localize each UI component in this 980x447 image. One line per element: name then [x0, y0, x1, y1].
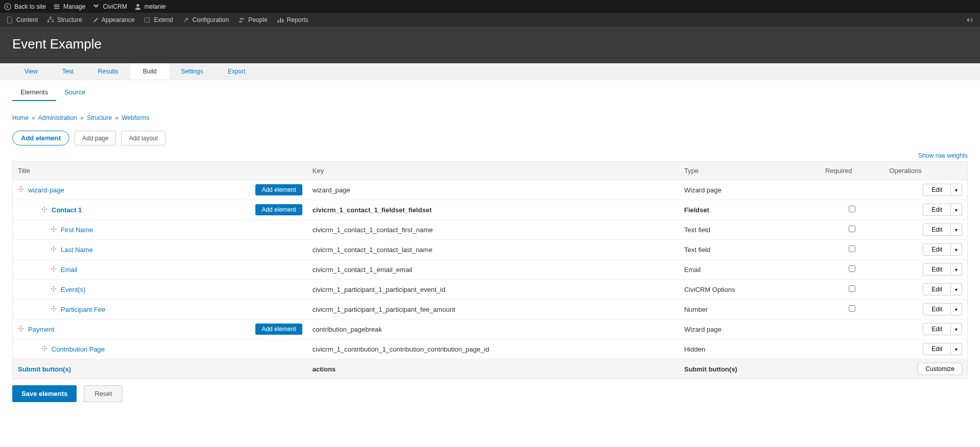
drag-handle-icon[interactable]	[51, 226, 57, 234]
element-key: civicrm_1_contact_1_email_email	[307, 260, 679, 280]
element-title-link[interactable]: Payment	[28, 326, 54, 333]
required-checkbox[interactable]	[849, 226, 855, 232]
crumb-structure[interactable]: Structure	[87, 114, 112, 121]
tab-results[interactable]: Results	[86, 63, 131, 80]
menu-people[interactable]: People	[238, 16, 267, 23]
document-icon	[6, 16, 13, 23]
manage-menu[interactable]: Manage	[53, 3, 85, 10]
drag-handle-icon[interactable]	[41, 206, 47, 214]
element-type: Number	[679, 300, 820, 319]
required-checkbox[interactable]	[849, 245, 855, 252]
table-row: First Namecivicrm_1_contact_1_contact_fi…	[13, 220, 968, 240]
crumb-webforms[interactable]: Webforms	[122, 114, 149, 121]
edit-dropdown-toggle[interactable]: ▾	[951, 343, 962, 355]
back-arrow-icon	[4, 3, 11, 10]
element-title-link[interactable]: Last Name	[61, 246, 93, 254]
edit-button[interactable]: Edit	[923, 283, 951, 295]
submit-buttons-row: Submit button(s)actionsSubmit button(s)C…	[13, 359, 968, 379]
subtab-elements[interactable]: Elements	[12, 84, 56, 101]
tab-test[interactable]: Test	[50, 63, 86, 80]
user-menu[interactable]: melanie	[134, 3, 166, 10]
form-actions: Save elements Reset	[12, 385, 968, 402]
hamburger-icon	[53, 3, 60, 10]
civicrm-link[interactable]: CiviCRM	[92, 3, 127, 10]
page-title: Event Example	[12, 36, 968, 52]
menu-appearance[interactable]: Appearance	[91, 16, 135, 23]
menu-configuration[interactable]: Configuration	[182, 16, 229, 23]
show-row-weights-link[interactable]: Show row weights	[918, 152, 968, 159]
edit-button[interactable]: Edit	[923, 263, 951, 276]
edit-dropdown-toggle[interactable]: ▾	[951, 283, 962, 295]
element-type: Wizard page	[679, 319, 820, 339]
subtab-source[interactable]: Source	[56, 84, 93, 101]
submit-title-link[interactable]: Submit button(s)	[18, 365, 71, 373]
drag-handle-icon[interactable]	[51, 245, 57, 254]
svg-rect-4	[52, 21, 54, 22]
element-title-link[interactable]: Participant Fee	[61, 306, 105, 313]
svg-rect-9	[280, 18, 281, 23]
edit-button[interactable]: Edit	[923, 343, 951, 355]
edit-button[interactable]: Edit	[923, 303, 951, 315]
crumb-administration[interactable]: Administration	[38, 114, 77, 121]
tab-view[interactable]: View	[12, 63, 50, 80]
required-checkbox[interactable]	[849, 206, 855, 212]
user-icon	[134, 3, 141, 10]
element-key: civicrm_1_contact_1_fieldset_fieldset	[307, 200, 679, 220]
add-element-inline-button[interactable]: Add element	[255, 204, 302, 215]
edit-dropdown-toggle[interactable]: ▾	[951, 184, 962, 196]
element-title-link[interactable]: Event(s)	[61, 286, 85, 293]
drag-handle-icon[interactable]	[51, 265, 57, 274]
edit-dropdown-toggle[interactable]: ▾	[951, 263, 962, 276]
drag-handle-icon[interactable]	[51, 305, 57, 313]
menu-structure[interactable]: Structure	[47, 16, 82, 23]
save-elements-button[interactable]: Save elements	[12, 385, 77, 402]
element-title-link[interactable]: Contact 1	[52, 206, 82, 214]
tab-build[interactable]: Build	[131, 63, 169, 80]
tab-export[interactable]: Export	[216, 63, 258, 80]
add-page-button[interactable]: Add page	[75, 131, 116, 145]
edit-dropdown-toggle[interactable]: ▾	[951, 224, 962, 236]
back-to-site-link[interactable]: Back to site	[4, 3, 46, 10]
svg-rect-5	[145, 18, 150, 22]
tab-settings[interactable]: Settings	[169, 63, 216, 80]
edit-button[interactable]: Edit	[923, 184, 951, 196]
manage-label: Manage	[63, 3, 85, 10]
menu-content[interactable]: Content	[6, 16, 38, 23]
drag-handle-icon[interactable]	[18, 325, 24, 333]
reset-button[interactable]: Reset	[84, 385, 123, 402]
edit-button[interactable]: Edit	[923, 323, 951, 335]
customize-button[interactable]: Customize	[918, 363, 962, 375]
required-checkbox[interactable]	[849, 285, 855, 292]
element-title-link[interactable]: wizard-page	[28, 186, 64, 194]
drag-handle-icon[interactable]	[51, 285, 57, 293]
edit-button[interactable]: Edit	[923, 224, 951, 236]
add-element-inline-button[interactable]: Add element	[255, 184, 302, 195]
crumb-home[interactable]: Home	[12, 114, 29, 121]
element-title-link[interactable]: Email	[61, 266, 78, 274]
people-icon	[238, 16, 245, 23]
edit-dropdown-toggle[interactable]: ▾	[951, 243, 962, 256]
required-checkbox[interactable]	[849, 305, 855, 312]
edit-dropdown-toggle[interactable]: ▾	[951, 303, 962, 315]
edit-dropdown-toggle[interactable]: ▾	[951, 204, 962, 216]
table-row: PaymentAdd elementcontribution_pagebreak…	[13, 319, 968, 339]
menu-reports[interactable]: Reports	[277, 16, 308, 23]
submit-type: Submit button(s)	[679, 359, 820, 379]
collapse-icon[interactable]	[966, 16, 974, 24]
edit-dropdown-toggle[interactable]: ▾	[951, 323, 962, 335]
add-element-inline-button[interactable]: Add element	[255, 324, 302, 335]
element-title-link[interactable]: Contribution Page	[52, 345, 105, 353]
drag-handle-icon[interactable]	[41, 345, 47, 353]
edit-button[interactable]: Edit	[923, 204, 951, 216]
edit-button[interactable]: Edit	[923, 243, 951, 256]
element-type: Hidden	[679, 339, 820, 359]
svg-point-0	[5, 3, 11, 9]
drag-handle-icon[interactable]	[18, 186, 24, 194]
element-title-link[interactable]: First Name	[61, 226, 93, 234]
add-element-button[interactable]: Add element	[12, 131, 69, 145]
required-checkbox[interactable]	[849, 265, 855, 272]
element-key: civicrm_1_participant_1_participant_even…	[307, 280, 679, 300]
add-layout-button[interactable]: Add layout	[121, 131, 165, 145]
puzzle-icon	[144, 16, 151, 23]
menu-extend[interactable]: Extend	[144, 16, 173, 23]
